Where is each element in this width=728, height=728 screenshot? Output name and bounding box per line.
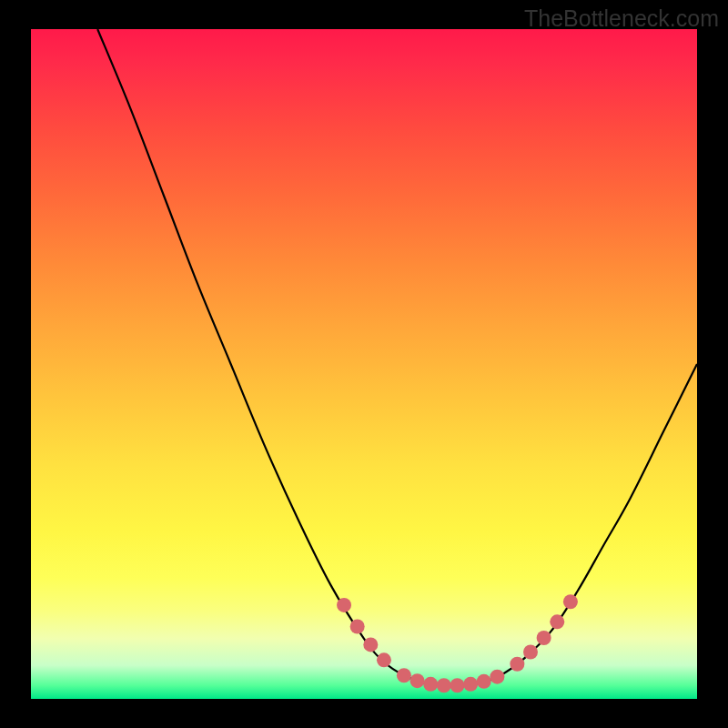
highlight-dot (410, 673, 425, 688)
highlight-dot (510, 657, 524, 672)
highlight-dot (397, 668, 411, 682)
highlight-dot (337, 598, 351, 612)
highlight-dot (437, 678, 451, 693)
highlight-dot (550, 614, 564, 629)
plot-area (31, 29, 697, 699)
highlight-dot (363, 637, 378, 652)
bottleneck-curve (97, 29, 697, 686)
chart-svg (31, 29, 697, 699)
highlight-dot (563, 594, 578, 609)
highlight-dot (350, 620, 365, 634)
highlight-dot (450, 678, 464, 693)
highlight-dot (423, 677, 438, 692)
highlight-dots-group (337, 594, 578, 693)
chart-container: TheBottleneck.com (0, 0, 728, 728)
highlight-dot (463, 677, 478, 692)
highlight-dot (537, 631, 551, 645)
highlight-dot (477, 674, 491, 689)
highlight-dot (490, 670, 504, 684)
watermark-text: TheBottleneck.com (524, 5, 719, 32)
highlight-dot (523, 644, 538, 659)
highlight-dot (377, 652, 391, 667)
